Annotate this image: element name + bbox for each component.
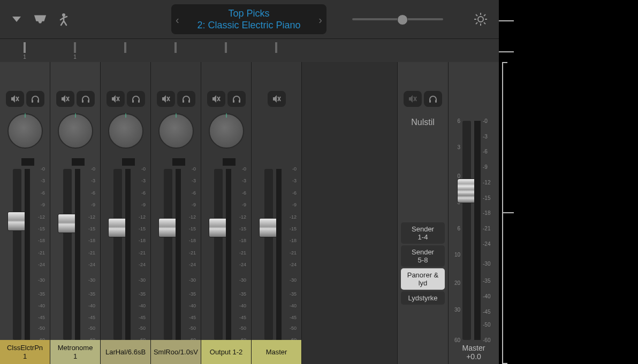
mixer-panel: -0-3-6-9-12-15-18-21-24-30-35-40-45-50-6… <box>0 62 499 364</box>
scale-tick: -15 <box>239 226 246 231</box>
scale-tick: -30 <box>290 277 297 283</box>
headphones-icon[interactable] <box>127 91 145 107</box>
channel-label[interactable]: SmlRoo/1.0sV <box>151 340 201 364</box>
pan-knob[interactable] <box>7 113 43 149</box>
pan-knob[interactable] <box>58 113 93 149</box>
inbox-icon[interactable] <box>33 12 47 26</box>
scale-tick: -12 <box>239 214 246 220</box>
scale-tick: -50 <box>290 326 297 331</box>
channel-label[interactable]: LarHal/6.6sB <box>101 340 150 364</box>
scale-tick: 0 <box>457 173 460 179</box>
gear-icon[interactable] <box>473 12 488 27</box>
scale-tick: -45 <box>290 315 297 320</box>
view-selector-button[interactable]: Sender1-4 <box>401 222 445 244</box>
preset-selector[interactable]: ‹ Top Picks 2: Classic Electric Piano › <box>171 4 326 34</box>
svg-rect-21 <box>138 100 140 103</box>
mute-icon[interactable] <box>207 91 225 107</box>
pan-knob[interactable] <box>158 113 194 149</box>
channel-name: Output 1-2 <box>210 348 242 357</box>
svg-rect-12 <box>32 100 33 103</box>
scale-tick: -30 <box>88 277 95 283</box>
db-scale: -0-3-6-9-12-15-18-21-24-30-35-40-45-50-6… <box>182 169 198 340</box>
scale-tick: -35 <box>189 291 196 297</box>
fader-slot[interactable] <box>164 169 172 340</box>
scale-tick: -50 <box>88 326 95 331</box>
channel-strips: -0-3-6-9-12-15-18-21-24-30-35-40-45-50-6… <box>0 62 302 364</box>
scale-tick: -6 <box>91 190 95 196</box>
pan-knob[interactable] <box>108 113 143 149</box>
scale-tick: -6 <box>192 190 196 196</box>
db-scale: -0-3-6-9-12-15-18-21-24-30-35-40-45-50-6… <box>81 169 97 340</box>
svg-line-6 <box>476 14 477 16</box>
preset-label: Top Picks 2: Classic Electric Piano <box>197 7 300 31</box>
db-scale: -0-3-6-9-12-15-18-21-24-30-35-40-45-50-6… <box>232 169 248 340</box>
view-selector-button[interactable]: Sender5-8 <box>401 245 445 267</box>
db-scale: -0-3-6-9-12-15-18-21-24-30-35-40-45-50-6… <box>283 169 299 340</box>
scale-tick: -15 <box>290 226 297 231</box>
scale-tick: -12 <box>290 214 297 220</box>
mute-icon[interactable] <box>107 91 125 107</box>
peak-indicator <box>122 158 135 166</box>
scale-tick: -18 <box>483 210 490 216</box>
mute-icon[interactable] <box>157 91 175 107</box>
scale-tick: -12 <box>38 214 45 220</box>
peak-indicator <box>72 158 85 166</box>
scale-tick: -12 <box>139 214 146 220</box>
scale-tick: -3 <box>242 178 246 183</box>
headphones-icon[interactable] <box>26 91 44 107</box>
fader-slot[interactable] <box>13 169 21 340</box>
scale-tick: -21 <box>290 250 297 255</box>
preset-next-icon[interactable]: › <box>318 14 322 26</box>
scale-tick: -35 <box>239 291 246 297</box>
scale-tick: -3 <box>192 178 196 183</box>
timeline-ruler[interactable]: 1 1 <box>0 39 499 63</box>
headphones-icon[interactable] <box>227 91 246 107</box>
mute-icon[interactable] <box>6 91 24 107</box>
performer-icon[interactable] <box>57 12 71 26</box>
svg-line-9 <box>476 22 477 24</box>
scale-tick: -21 <box>139 250 146 255</box>
scale-tick: -18 <box>239 238 246 243</box>
slider-thumb[interactable] <box>397 14 408 25</box>
mute-icon[interactable] <box>404 91 422 107</box>
headphones-icon[interactable] <box>177 91 195 107</box>
preset-prev-icon[interactable]: ‹ <box>176 14 179 26</box>
master-fader-slot[interactable] <box>462 121 471 340</box>
svg-rect-13 <box>37 100 39 103</box>
disclosure-icon[interactable] <box>10 12 24 26</box>
mute-icon[interactable] <box>56 91 74 107</box>
mute-icon[interactable] <box>268 91 286 107</box>
svg-line-8 <box>484 14 485 16</box>
headphones-icon[interactable] <box>424 91 442 107</box>
svg-rect-25 <box>188 100 190 103</box>
master-label: Master +0.0 <box>449 340 499 364</box>
reset-button[interactable]: Nulstil <box>398 118 448 127</box>
channel-label[interactable]: Master <box>252 340 301 364</box>
scale-tick: -15 <box>139 226 146 231</box>
fader-slot[interactable] <box>63 169 72 340</box>
scale-tick: -30 <box>483 260 490 266</box>
channel-label[interactable]: ClssElctrPn 1 <box>0 340 50 364</box>
channel-label[interactable]: Metronome 1 <box>50 340 100 364</box>
top-slider[interactable] <box>352 16 443 22</box>
master-value: +0.0 <box>466 352 481 361</box>
fader-slot[interactable] <box>214 169 223 340</box>
scale-tick: -40 <box>38 303 45 308</box>
channel-name: Metronome <box>58 344 93 352</box>
scale-tick: -35 <box>290 291 297 297</box>
scale-tick: -24 <box>290 262 297 267</box>
pan-knob[interactable] <box>209 113 244 149</box>
view-selector-button[interactable]: Panorer &lyd <box>401 268 445 290</box>
channel-label[interactable]: Output 1-2 <box>201 340 251 364</box>
callout-marker <box>499 20 514 21</box>
channel-strip: -0-3-6-9-12-15-18-21-24-30-35-40-45-50-6… <box>201 62 252 364</box>
level-meter <box>176 169 181 340</box>
scale-tick: -9 <box>91 202 95 207</box>
view-selector-button[interactable]: Lydstyrke <box>401 291 445 305</box>
fader-slot[interactable] <box>264 169 273 340</box>
scale-tick: -3 <box>91 178 95 183</box>
headphones-icon[interactable] <box>77 91 95 107</box>
scale-tick: -45 <box>483 308 490 314</box>
channel-strip: -0-3-6-9-12-15-18-21-24-30-35-40-45-50-6… <box>151 62 201 364</box>
fader-slot[interactable] <box>113 169 122 340</box>
